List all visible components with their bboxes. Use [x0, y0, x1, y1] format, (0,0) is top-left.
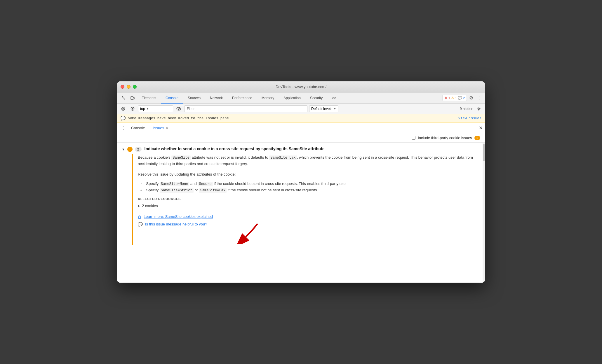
window-title: DevTools - www.youtube.com/ — [276, 85, 326, 89]
collapse-arrow-icon: ▼ — [122, 148, 125, 151]
tab-sources[interactable]: Sources — [183, 93, 205, 104]
error-badge[interactable]: ⊗ 1 ⚠ 1 💬 2 — [442, 95, 467, 101]
chevron-down-icon: ▼ — [146, 107, 149, 110]
issue-count-badge: 2 — [135, 147, 142, 152]
inspect-icon[interactable] — [119, 92, 128, 103]
issue-container: ▼ ! 2 Indicate whether to send a cookie … — [117, 143, 485, 152]
info-count: 2 — [463, 96, 465, 100]
svg-rect-2 — [133, 97, 134, 99]
issue-bullets: Specify SameSite=None and Secure if the … — [138, 181, 480, 192]
svg-point-8 — [478, 108, 480, 109]
tab-performance[interactable]: Performance — [227, 93, 257, 104]
panel-tabs: ⋮ Console Issues × ✕ — [117, 123, 485, 133]
issue-title: Indicate whether to send a cookie in a c… — [145, 146, 325, 151]
affected-label: AFFECTED RESOURCES — [138, 197, 480, 201]
tab-elements[interactable]: Elements — [137, 93, 161, 104]
helpful-text: Is this issue message helpful to you? — [145, 222, 207, 226]
stop-icon[interactable] — [129, 105, 136, 113]
close-issues-tab[interactable]: × — [166, 126, 168, 130]
tab-spacer — [341, 92, 442, 103]
device-toolbar-icon[interactable] — [128, 92, 137, 103]
devtools-body: ▼ ! 2 Indicate whether to send a cookie … — [117, 143, 485, 283]
cookie-issues-checkbox[interactable] — [412, 136, 415, 140]
context-value: top — [140, 107, 145, 111]
samesite-lax-code: SameSite=Lax — [269, 155, 297, 160]
learn-more-text: Learn more: SameSite cookies explained — [144, 214, 213, 219]
panel-tab-menu[interactable]: ⋮ — [119, 123, 127, 133]
cookie-issues-count: 2 — [474, 136, 480, 140]
devtools-window: DevTools - www.youtube.com/ Elements Con… — [117, 81, 485, 283]
log-levels-label: Default levels — [311, 107, 332, 111]
maximize-button[interactable] — [133, 85, 137, 89]
tab-memory[interactable]: Memory — [257, 93, 279, 104]
panel-close-button[interactable]: ✕ — [476, 123, 485, 133]
cookie-issues-label: Include third-party cookie issues — [418, 136, 472, 140]
svg-point-6 — [177, 107, 181, 110]
filter-input[interactable] — [184, 105, 307, 112]
scrollbar-thumb — [483, 144, 485, 161]
console-settings-icon[interactable] — [475, 105, 483, 113]
scrollbar[interactable] — [483, 143, 485, 283]
warning-count: 1 — [455, 96, 457, 100]
view-issues-link[interactable]: View issues — [458, 116, 481, 120]
samesite-lax-code2: SameSite=Lax — [199, 188, 227, 193]
tab-console[interactable]: Console — [161, 93, 183, 104]
window-controls — [121, 85, 137, 89]
issues-banner: 💬 Some messages have been moved to the I… — [117, 114, 485, 123]
right-controls: ⊗ 1 ⚠ 1 💬 2 ⚙ ⋮ — [442, 92, 485, 103]
affected-cookies-item[interactable]: ▶ 2 cookies — [138, 203, 480, 209]
affected-count: 2 cookies — [142, 204, 158, 208]
titlebar: DevTools - www.youtube.com/ — [117, 81, 485, 92]
close-button[interactable] — [121, 85, 124, 89]
error-count: 1 — [448, 96, 450, 100]
svg-rect-1 — [131, 97, 133, 99]
devtools-tab-bar: Elements Console Sources Network Perform… — [117, 92, 485, 104]
svg-point-0 — [122, 96, 123, 97]
affected-resources: AFFECTED RESOURCES ▶ 2 cookies — [138, 197, 480, 209]
clear-console-icon[interactable] — [119, 105, 127, 113]
minimize-button[interactable] — [127, 85, 131, 89]
feedback-icon: 💬 — [138, 222, 143, 227]
samesite-strict-code: SameSite=Strict — [160, 188, 194, 193]
issue-title-container: Indicate whether to send a cookie in a c… — [145, 146, 325, 152]
bullet-samesite-strict: Specify SameSite=Strict or SameSite=Lax … — [138, 188, 480, 192]
tab-issues-panel[interactable]: Issues × — [149, 123, 172, 133]
tab-application[interactable]: Application — [279, 93, 305, 104]
info-icon: 💬 — [458, 96, 462, 100]
chevron-down-icon: ▼ — [333, 107, 336, 110]
issue-description: Because a cookie's SameSite attribute wa… — [138, 154, 480, 167]
svg-rect-5 — [132, 108, 133, 109]
issue-toggle[interactable]: ▼ ! 2 — [122, 146, 142, 152]
tab-security[interactable]: Security — [305, 93, 327, 104]
more-options-icon[interactable]: ⋮ — [476, 95, 483, 101]
error-icon: ⊗ — [444, 96, 448, 100]
settings-icon[interactable]: ⚙ — [468, 95, 474, 101]
tab-console-panel[interactable]: Console — [127, 123, 149, 133]
external-link-icon: ⊙ — [138, 214, 141, 219]
eye-icon[interactable] — [175, 105, 182, 113]
links-section: ⊙ Learn more: SameSite cookies explained… — [138, 214, 480, 227]
learn-more-link[interactable]: ⊙ Learn more: SameSite cookies explained — [138, 214, 480, 219]
warning-badge-icon: ! — [127, 147, 133, 152]
issue-body: Because a cookie's SameSite attribute wa… — [132, 154, 480, 245]
issue-resolve-text: Resolve this issue by updating the attri… — [138, 171, 480, 178]
bullet-samesite-none: Specify SameSite=None and Secure if the … — [138, 181, 480, 186]
tab-network[interactable]: Network — [205, 93, 227, 104]
panel-tab-spacer — [172, 123, 476, 133]
secure-code: Secure — [198, 182, 213, 186]
cookie-issues-row: Include third-party cookie issues 2 — [117, 133, 485, 143]
samesite-code: SameSite — [171, 155, 191, 160]
warning-icon: ⚠ — [451, 96, 454, 100]
helpful-link[interactable]: 💬 Is this issue message helpful to you? — [138, 222, 480, 227]
info-icon: 💬 — [121, 116, 126, 121]
banner-text: Some messages have been moved to the Iss… — [128, 116, 456, 120]
issues-panel: ▼ ! 2 Indicate whether to send a cookie … — [117, 143, 485, 283]
samesite-none-code: SameSite=None — [160, 182, 189, 186]
hidden-count: 9 hidden — [460, 107, 473, 111]
svg-point-7 — [178, 108, 180, 109]
log-levels-dropdown[interactable]: Default levels ▼ — [309, 105, 338, 112]
expand-arrow-icon: ▶ — [138, 204, 140, 207]
console-toolbar: top ▼ Default levels ▼ 9 hidden — [117, 104, 485, 114]
tab-overflow[interactable]: >> — [327, 93, 341, 104]
context-selector[interactable]: top ▼ — [138, 105, 173, 112]
